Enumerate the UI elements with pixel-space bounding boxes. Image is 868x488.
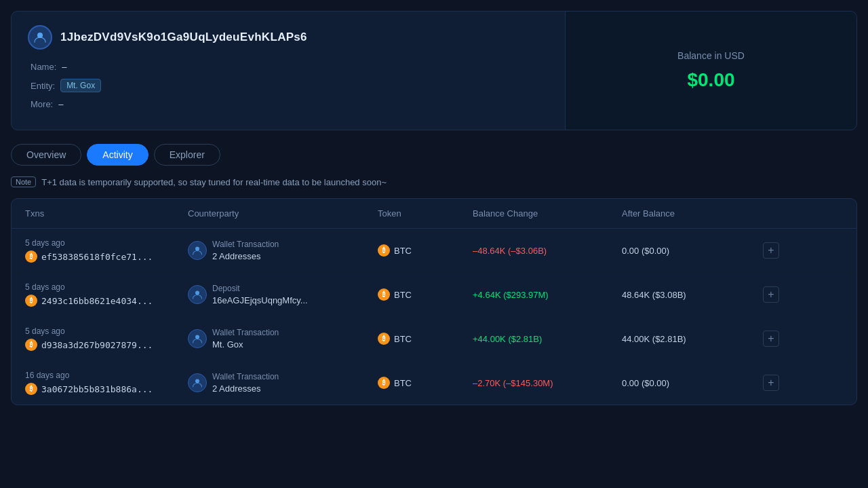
counterparty-name-2: 16eAGJEjqsUqngMfcy... [212,295,308,305]
svg-point-3 [195,335,199,339]
txn-time-1: 5 days ago [25,238,188,248]
cell-balance-change-4: –2.70K (–$145.30M) [473,378,622,388]
header-card: 1JbezDVd9VsK9o1Ga9UqLydeuEvhKLAPs6 Name:… [11,11,857,130]
txn-hash-4: 3a0672bb5b831b886a... [41,384,153,394]
counterparty-name-4: 2 Addresses [212,383,279,394]
expand-button-2[interactable]: + [763,286,779,303]
tabs-row: Overview Activity Explorer [11,144,857,166]
note-text: T+1 data is temporarily supported, so st… [41,177,387,187]
entity-badge: Mt. Gox [60,79,101,92]
tab-overview[interactable]: Overview [11,144,81,166]
entity-label: Entity: [31,81,55,91]
token-name-3: BTC [394,334,412,344]
txn-time-4: 16 days ago [25,371,188,380]
btc-icon-2: ₿ [25,295,37,307]
counterparty-type-2: Deposit [212,284,308,293]
token-btc-icon-3: ₿ [378,333,390,345]
name-value: – [62,62,66,72]
table-row: 5 days ago ₿ d938a3d267b9027879... Walle… [12,317,856,361]
address-row: 1JbezDVd9VsK9o1Ga9UqLydeuEvhKLAPs6 [28,25,549,50]
cell-token-4: ₿ BTC [378,377,473,389]
cell-token-2: ₿ BTC [378,288,473,301]
svg-point-1 [195,247,199,251]
cell-txn-3: 5 days ago ₿ d938a3d267b9027879... [25,326,188,351]
cell-after-balance-1: 0.00 ($0.00) [622,246,757,256]
counterparty-info-2: Deposit 16eAGJEjqsUqngMfcy... [212,284,308,305]
btc-icon-1: ₿ [25,250,37,263]
cell-counterparty-1: Wallet Transaction 2 Addresses [188,240,378,261]
counterparty-type-3: Wallet Transaction [212,328,279,337]
txn-hash-row-4: ₿ 3a0672bb5b831b886a... [25,383,188,395]
cell-txn-1: 5 days ago ₿ ef538385618f0fce71... [25,238,188,263]
address-text: 1JbezDVd9VsK9o1Ga9UqLydeuEvhKLAPs6 [60,31,307,44]
txn-hash-row-1: ₿ ef538385618f0fce71... [25,250,188,263]
counterparty-avatar-4 [188,373,207,392]
tab-explorer[interactable]: Explorer [154,144,220,166]
cell-txn-4: 16 days ago ₿ 3a0672bb5b831b886a... [25,371,188,395]
cell-expand-3: + [757,331,785,347]
expand-button-4[interactable]: + [763,375,779,391]
entity-row: Entity: Mt. Gox [28,79,549,92]
counterparty-info-1: Wallet Transaction 2 Addresses [212,240,279,261]
activity-table: Txns Counterparty Token Balance Change A… [11,198,857,405]
txn-hash-row-3: ₿ d938a3d267b9027879... [25,339,188,351]
token-name-2: BTC [394,290,412,300]
header-left: 1JbezDVd9VsK9o1Ga9UqLydeuEvhKLAPs6 Name:… [12,12,565,130]
token-btc-icon-4: ₿ [378,377,390,389]
cell-expand-1: + [757,242,785,259]
txn-time-3: 5 days ago [25,326,188,336]
table-row: 16 days ago ₿ 3a0672bb5b831b886a... Wall… [12,361,856,405]
txn-hash-2: 2493c16bb8621e4034... [41,296,153,306]
btc-icon-3: ₿ [25,339,37,351]
col-balance-change: Balance Change [473,208,622,219]
note-banner: Note T+1 data is temporarily supported, … [11,176,857,187]
cell-token-3: ₿ BTC [378,333,473,345]
name-row: Name: – [28,62,549,72]
txn-time-2: 5 days ago [25,282,188,292]
counterparty-info-4: Wallet Transaction 2 Addresses [212,372,279,394]
counterparty-type-1: Wallet Transaction [212,240,279,249]
token-name-4: BTC [394,378,412,388]
counterparty-type-4: Wallet Transaction [212,372,279,381]
btc-icon-4: ₿ [25,383,37,395]
cell-token-1: ₿ BTC [378,244,473,257]
cell-balance-change-2: +4.64K ($293.97M) [473,290,622,300]
expand-button-3[interactable]: + [763,331,779,347]
table-header: Txns Counterparty Token Balance Change A… [12,199,856,229]
note-badge: Note [11,176,36,187]
cell-balance-change-3: +44.00K ($2.81B) [473,334,622,344]
counterparty-avatar-3 [188,329,207,348]
address-avatar [28,25,52,50]
txn-hash-row-2: ₿ 2493c16bb8621e4034... [25,295,188,307]
tab-activity[interactable]: Activity [87,144,148,166]
cell-after-balance-4: 0.00 ($0.00) [622,378,757,388]
more-value: – [58,99,63,109]
expand-button-1[interactable]: + [763,242,779,259]
cell-counterparty-4: Wallet Transaction 2 Addresses [188,372,378,394]
col-counterparty: Counterparty [188,208,378,219]
balance-label: Balance in USD [677,50,745,61]
col-txns: Txns [25,208,188,219]
counterparty-avatar-2 [188,285,207,304]
cell-after-balance-2: 48.64K ($3.08B) [622,290,757,300]
counterparty-name-1: 2 Addresses [212,251,279,261]
balance-panel: Balance in USD $0.00 [565,12,856,130]
cell-balance-change-1: –48.64K (–$3.06B) [473,246,622,256]
counterparty-avatar-1 [188,241,207,260]
cell-txn-2: 5 days ago ₿ 2493c16bb8621e4034... [25,282,188,307]
more-label: More: [31,99,53,109]
token-btc-icon-2: ₿ [378,288,390,301]
cell-expand-4: + [757,375,785,391]
table-row: 5 days ago ₿ ef538385618f0fce71... Walle… [12,229,856,273]
col-after-balance: After Balance [622,208,757,219]
txn-hash-3: d938a3d267b9027879... [41,340,153,350]
svg-point-2 [195,291,199,295]
txn-hash-1: ef538385618f0fce71... [41,252,153,262]
counterparty-info-3: Wallet Transaction Mt. Gox [212,328,279,350]
cell-after-balance-3: 44.00K ($2.81B) [622,334,757,344]
col-actions [757,208,785,219]
name-label: Name: [31,62,56,72]
token-btc-icon-1: ₿ [378,244,390,257]
col-token: Token [378,208,473,219]
counterparty-name-3: Mt. Gox [212,339,279,350]
